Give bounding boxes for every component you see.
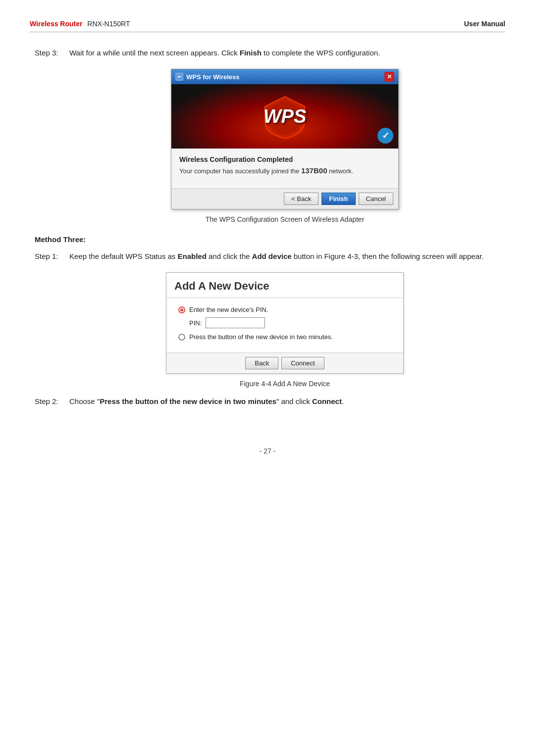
step2-bold1: Press the button of the new device in tw… [100,397,276,405]
wps-config-complete: Wireless Configuration Completed [179,155,390,163]
wps-network-text: Your computer has successfully joined th… [179,166,390,175]
model-number: RNX-N150RT [87,20,130,28]
step1-text: Keep the default WPS Status as Enabled a… [69,251,500,262]
radio-button-circle [178,334,185,341]
wps-network-before: Your computer has successfully joined th… [179,167,301,175]
page-footer: - 27 - [35,447,500,455]
method-three-section: Method Three: Step 1: Keep the default W… [35,235,500,407]
step2-label: Step 2: [35,396,69,407]
page-header: Wireless Router RNX-N150RT User Manual [30,20,505,32]
add-device-footer: Back Connect [166,353,403,373]
step3-block: Step 3: Wait for a while until the next … [35,47,500,59]
wps-dialog-container: WPS for Wireless ✕ WPS ✓ Wireless Config… [69,69,500,223]
add-device-container: Add A New Device Enter the new device's … [69,272,500,388]
wps-title-text: WPS for Wireless [186,73,240,81]
wps-network-after: network. [327,167,353,175]
wps-close-button[interactable]: ✕ [384,72,394,82]
step1-block: Step 1: Keep the default WPS Status as E… [35,251,500,262]
add-device-title: Add A New Device [166,273,403,298]
radio-pin-label: Enter the new device's PIN. [189,306,268,313]
step3-label: Step 3: [35,47,69,59]
wps-finish-button[interactable]: Finish [321,193,355,205]
checkmark-badge: ✓ [377,128,393,144]
wps-dialog: WPS for Wireless ✕ WPS ✓ Wireless Config… [171,69,399,209]
add-device-back-button[interactable]: Back [245,357,278,369]
wps-title-bar: WPS for Wireless ✕ [171,69,398,84]
step2-block: Step 2: Choose "Press the button of the … [35,396,500,407]
radio-option-pin[interactable]: Enter the new device's PIN. [178,306,391,313]
step1-after: button in Figure 4-3, then the following… [292,252,484,260]
step2-bold2: Connect [312,397,342,405]
step1-before: Keep the default WPS Status as [69,252,177,260]
main-content: Step 3: Wait for a while until the next … [30,47,505,455]
pin-label: PIN: [189,319,202,327]
step3-finish-bold: Finish [240,49,262,57]
step1-label: Step 1: [35,251,69,262]
step2-text: Choose "Press the button of the new devi… [69,396,500,407]
wps-footer: < Back Finish Cancel [171,188,398,209]
wps-title-icon [175,73,183,81]
pin-row: PIN: [189,317,391,328]
pin-input[interactable] [206,317,265,328]
step1-middle: and click the [207,252,252,260]
header-left: Wireless Router RNX-N150RT [30,20,130,28]
radio-pin-circle [178,306,185,313]
wps-back-button[interactable]: < Back [284,193,319,205]
wps-cancel-button[interactable]: Cancel [359,193,393,205]
step1-add-device: Add device [252,252,292,260]
add-device-body: Enter the new device's PIN. PIN: Press t… [166,298,403,353]
method-three-label: Method Three: [35,235,500,244]
step2-after: " and click [276,397,312,405]
wps-caption: The WPS Configuration Screen of Wireless… [206,215,365,223]
step3-text-after: to complete the WPS configuration. [262,49,380,57]
step3-text: Wait for a while until the next screen a… [69,47,500,59]
user-manual-label: User Manual [464,20,505,28]
wps-network-name: 137B00 [301,166,327,175]
step1-enabled: Enabled [177,252,206,260]
radio-option-button[interactable]: Press the button of the new device in tw… [178,333,391,341]
wps-body: Wireless Configuration Completed Your co… [171,149,398,188]
radio-button-label: Press the button of the new device in tw… [189,333,333,341]
add-device-connect-button[interactable]: Connect [281,357,324,369]
figure-caption: Figure 4-4 Add A New Device [240,380,330,388]
wireless-router-label: Wireless Router [30,20,82,28]
add-device-dialog: Add A New Device Enter the new device's … [166,272,404,374]
step2-before: Choose " [69,397,100,405]
page-number: - 27 - [260,447,276,455]
step2-end: . [342,397,344,405]
wps-logo-text: WPS [264,106,307,127]
step3-text-before: Wait for a while until the next screen a… [69,49,240,57]
wps-title-left: WPS for Wireless [175,73,240,81]
wps-banner: WPS ✓ [171,84,398,149]
